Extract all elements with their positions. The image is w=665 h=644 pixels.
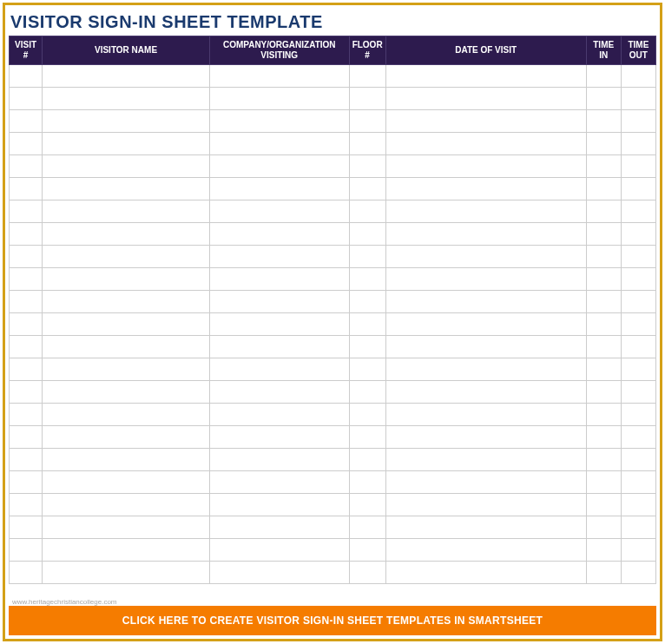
cell-floor[interactable] [349,358,385,381]
cell-timein[interactable] [586,516,621,539]
cell-company[interactable] [209,223,349,246]
cell-timeout[interactable] [621,336,655,358]
cell-timein[interactable] [586,426,621,449]
cell-floor[interactable] [349,65,385,88]
cell-timeout[interactable] [621,358,655,381]
cell-date[interactable] [385,336,586,358]
cell-date[interactable] [385,562,586,584]
cell-timein[interactable] [586,223,621,246]
cell-visit[interactable] [10,471,43,494]
cell-company[interactable] [209,404,349,426]
cell-date[interactable] [385,426,586,449]
cell-timein[interactable] [586,246,621,268]
cell-visit[interactable] [10,178,43,200]
cell-timein[interactable] [586,65,621,88]
cell-timeout[interactable] [621,426,655,449]
cell-date[interactable] [385,539,586,562]
cell-company[interactable] [209,291,349,313]
cell-floor[interactable] [349,200,385,223]
cell-timein[interactable] [586,133,621,155]
cell-timeout[interactable] [621,155,655,178]
cell-timeout[interactable] [621,200,655,223]
cell-date[interactable] [385,65,586,88]
cell-name[interactable] [43,291,210,313]
cell-floor[interactable] [349,516,385,539]
cell-name[interactable] [43,471,210,494]
cell-company[interactable] [209,516,349,539]
cell-timeout[interactable] [621,178,655,200]
cell-name[interactable] [43,178,210,200]
cell-timein[interactable] [586,200,621,223]
cell-visit[interactable] [10,539,43,562]
cell-name[interactable] [43,516,210,539]
cell-name[interactable] [43,336,210,358]
create-template-button[interactable]: CLICK HERE TO CREATE VISITOR SIGN-IN SHE… [9,606,656,635]
cell-date[interactable] [385,268,586,291]
cell-date[interactable] [385,449,586,471]
cell-floor[interactable] [349,155,385,178]
cell-name[interactable] [43,65,210,88]
cell-floor[interactable] [349,404,385,426]
cell-floor[interactable] [349,110,385,133]
cell-timeout[interactable] [621,539,655,562]
cell-timeout[interactable] [621,471,655,494]
cell-company[interactable] [209,110,349,133]
cell-company[interactable] [209,562,349,584]
cell-timein[interactable] [586,358,621,381]
cell-date[interactable] [385,358,586,381]
cell-visit[interactable] [10,358,43,381]
cell-date[interactable] [385,291,586,313]
cell-company[interactable] [209,65,349,88]
cell-floor[interactable] [349,88,385,110]
cell-floor[interactable] [349,246,385,268]
cell-timeout[interactable] [621,65,655,88]
cell-company[interactable] [209,336,349,358]
cell-name[interactable] [43,268,210,291]
cell-visit[interactable] [10,404,43,426]
cell-floor[interactable] [349,178,385,200]
cell-timein[interactable] [586,449,621,471]
cell-name[interactable] [43,313,210,336]
cell-name[interactable] [43,133,210,155]
cell-timeout[interactable] [621,291,655,313]
cell-timeout[interactable] [621,313,655,336]
cell-visit[interactable] [10,516,43,539]
cell-company[interactable] [209,471,349,494]
cell-floor[interactable] [349,471,385,494]
cell-visit[interactable] [10,449,43,471]
cell-timein[interactable] [586,404,621,426]
cell-timein[interactable] [586,336,621,358]
cell-floor[interactable] [349,381,385,404]
cell-timeout[interactable] [621,494,655,516]
cell-date[interactable] [385,404,586,426]
cell-name[interactable] [43,88,210,110]
cell-floor[interactable] [349,494,385,516]
cell-floor[interactable] [349,223,385,246]
cell-visit[interactable] [10,494,43,516]
cell-visit[interactable] [10,562,43,584]
cell-company[interactable] [209,200,349,223]
cell-visit[interactable] [10,133,43,155]
cell-date[interactable] [385,133,586,155]
cell-company[interactable] [209,178,349,200]
cell-name[interactable] [43,381,210,404]
cell-visit[interactable] [10,223,43,246]
cell-timein[interactable] [586,562,621,584]
cell-timeout[interactable] [621,110,655,133]
cell-date[interactable] [385,246,586,268]
cell-timeout[interactable] [621,268,655,291]
cell-name[interactable] [43,449,210,471]
cell-date[interactable] [385,200,586,223]
cell-floor[interactable] [349,539,385,562]
cell-name[interactable] [43,110,210,133]
cell-date[interactable] [385,110,586,133]
cell-floor[interactable] [349,268,385,291]
cell-date[interactable] [385,471,586,494]
cell-timein[interactable] [586,110,621,133]
cell-name[interactable] [43,200,210,223]
cell-date[interactable] [385,88,586,110]
cell-name[interactable] [43,426,210,449]
cell-date[interactable] [385,223,586,246]
cell-company[interactable] [209,268,349,291]
cell-company[interactable] [209,494,349,516]
